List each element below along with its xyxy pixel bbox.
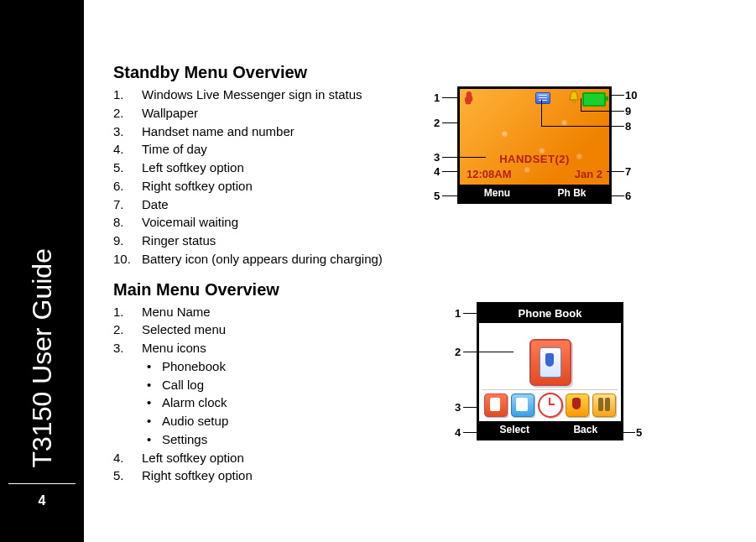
list-item: Selected menu <box>142 322 226 336</box>
callout-3: 3 <box>434 151 440 164</box>
mainmenu-list: 1.Menu Name 2.Selected menu 3.Menu icons… <box>113 303 739 486</box>
callout-5: 5 <box>636 426 642 439</box>
list-item: Battery icon (only appears during chargi… <box>142 252 383 266</box>
settings-icon <box>592 393 616 417</box>
list-item: Voicemail waiting <box>142 215 238 229</box>
right-softkey: Ph Bk <box>534 185 609 201</box>
list-subitem: Settings <box>147 430 739 449</box>
ringer-status-icon <box>567 90 581 103</box>
list-subitem: Audio setup <box>147 412 739 430</box>
messenger-status-icon <box>464 91 474 105</box>
alarm-clock-icon <box>538 393 563 418</box>
list-item: Time of day <box>142 142 207 156</box>
phone-screen-standby: HANDSET(2) 12:08AM Jan 2 Menu Ph Bk <box>457 86 612 204</box>
callout-6: 6 <box>625 190 631 202</box>
list-item: Wallpaper <box>142 106 198 120</box>
document-title: T3150 User Guide <box>27 248 58 467</box>
date: Jan 2 <box>575 168 602 180</box>
status-bar <box>460 91 609 107</box>
voicemail-waiting-icon <box>535 92 550 104</box>
svg-point-0 <box>573 100 576 102</box>
callout-5: 5 <box>434 190 440 202</box>
standby-list: 1.Windows Live Messenger sign in status … <box>113 86 739 268</box>
callout-4: 4 <box>434 165 440 178</box>
list-item: Windows Live Messenger sign in status <box>142 87 362 102</box>
menu-icon-row <box>482 389 618 418</box>
phone-screen-main-menu: Phone Book Select Back <box>477 302 623 440</box>
sidebar: T3150 User Guide 4 <box>0 0 84 542</box>
page-number: 4 <box>0 493 84 508</box>
phonebook-icon <box>529 339 571 386</box>
left-softkey: Select <box>479 421 550 438</box>
callout-4: 4 <box>455 426 461 439</box>
callout-9: 9 <box>625 105 631 117</box>
softkey-bar: Select Back <box>479 421 621 438</box>
list-item: Ringer status <box>142 233 216 248</box>
call-log-icon <box>511 393 534 417</box>
list-subitem: Phonebook <box>147 357 739 376</box>
list-item: Date <box>142 197 169 211</box>
callout-2: 2 <box>434 117 440 129</box>
menu-name-bar: Phone Book <box>479 305 621 323</box>
phonebook-icon <box>484 393 508 417</box>
list-item: Menu icons <box>142 341 206 355</box>
list-subitem: Call log <box>147 376 739 394</box>
section-heading-mainmenu: Main Menu Overview <box>113 280 739 300</box>
list-item: Left softkey option <box>142 160 244 175</box>
handset-name: HANDSET(2) <box>460 153 609 165</box>
callout-8: 8 <box>625 120 631 133</box>
callout-1: 1 <box>434 91 440 104</box>
figure-main-menu: Phone Book Select Back 1 2 3 4 5 <box>477 302 623 440</box>
battery-icon <box>582 92 606 107</box>
selected-menu <box>479 333 621 392</box>
callout-3: 3 <box>455 401 461 414</box>
list-item: Right softkey option <box>142 179 253 193</box>
time-of-day: 12:08AM <box>467 168 511 180</box>
list-item: Handset name and number <box>142 124 295 138</box>
right-softkey: Back <box>550 421 622 438</box>
callout-7: 7 <box>625 165 631 178</box>
callout-10: 10 <box>625 89 637 102</box>
list-item: Left softkey option <box>142 451 244 465</box>
figure-standby-screen: HANDSET(2) 12:08AM Jan 2 Menu Ph Bk 1 2 … <box>457 86 612 204</box>
audio-setup-icon <box>566 393 589 417</box>
softkey-bar: Menu Ph Bk <box>460 185 609 201</box>
list-subitem: Alarm clock <box>147 393 739 412</box>
list-item: Right softkey option <box>142 468 253 482</box>
left-softkey: Menu <box>460 185 534 201</box>
callout-1: 1 <box>455 307 461 320</box>
callout-2: 2 <box>455 346 461 358</box>
section-heading-standby: Standby Menu Overview <box>113 63 739 82</box>
list-item: Menu Name <box>142 305 211 319</box>
